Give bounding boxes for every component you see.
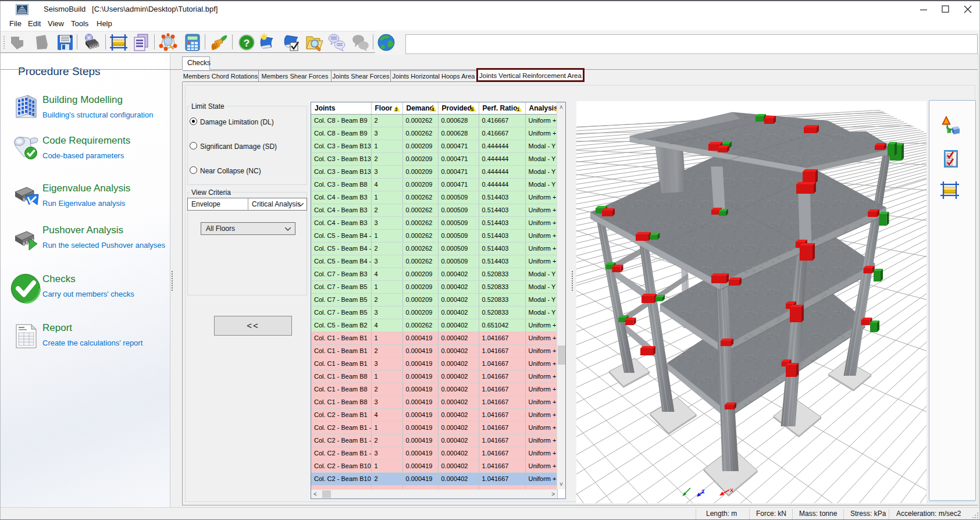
svg-text:Z: Z: [701, 489, 705, 494]
svg-text:X: X: [730, 487, 733, 493]
svg-text:?: ?: [244, 38, 250, 49]
